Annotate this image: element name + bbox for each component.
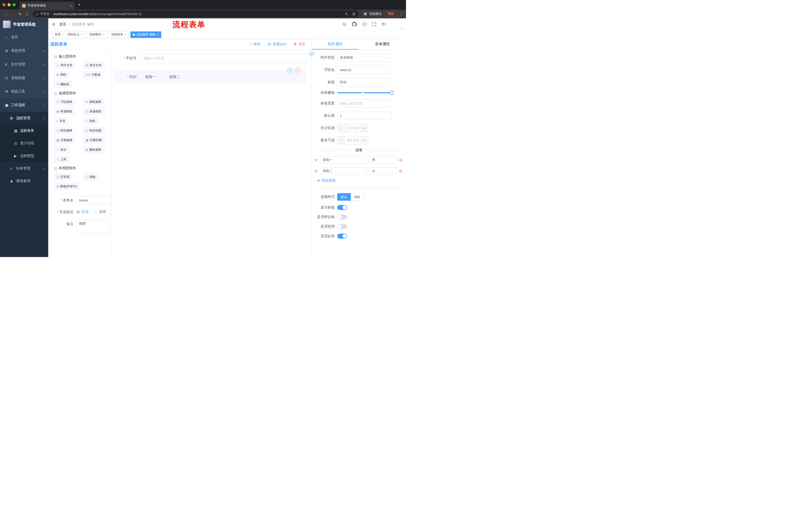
form-canvas[interactable]: *手机号 *性别 xyxy=(112,50,311,257)
sidebar-item-user-group[interactable]: ◎ 用户分组 xyxy=(0,137,48,150)
link-icon[interactable] xyxy=(309,51,314,57)
component-table[interactable]: ⊞表格[开发中] xyxy=(54,183,80,190)
increase-button[interactable]: + xyxy=(361,124,368,132)
component-checkbox-group[interactable]: ☑多选框组 xyxy=(83,108,104,115)
component-date-picker[interactable]: ▦日期选择 xyxy=(54,137,75,143)
remove-option-icon[interactable]: ⊖ xyxy=(399,158,403,162)
decrease-button[interactable]: − xyxy=(338,137,345,144)
default-value-input[interactable] xyxy=(337,112,392,120)
sidebar-item-home[interactable]: ⌂ 首页 xyxy=(0,30,48,44)
disabled-switch[interactable] xyxy=(337,224,347,229)
component-row-container[interactable]: ◫行容器 xyxy=(54,173,72,180)
tab-close-icon[interactable]: × xyxy=(70,4,72,7)
sidebar-item-dev-tools[interactable]: ⚒ 研发工具 ∨ xyxy=(0,85,48,98)
component-multi-line-text[interactable]: ▤多行文本 xyxy=(83,62,104,69)
component-switch[interactable]: ◐开关 xyxy=(54,117,68,125)
window-minimize-button[interactable] xyxy=(7,3,10,6)
style-button-button[interactable]: 按钮 xyxy=(351,193,364,201)
tag-process-definition[interactable]: 流程定义× xyxy=(65,31,85,38)
sidebar-item-workflow[interactable]: ▣ 工作流程 ∧ xyxy=(0,98,48,112)
tag-close-icon[interactable]: × xyxy=(157,33,159,36)
search-icon[interactable] xyxy=(342,22,346,26)
phone-input[interactable] xyxy=(140,54,306,63)
remove-option-icon[interactable]: ⊖ xyxy=(399,169,403,173)
drag-handle-icon[interactable] xyxy=(314,169,318,173)
sidebar-item-task-management[interactable]: ≡ 任务管理 ∨ xyxy=(0,162,48,175)
component-password[interactable]: ⊠密码 xyxy=(54,71,69,78)
add-option-button[interactable]: ⊕ 添加选项 xyxy=(317,178,406,183)
increase-button[interactable]: + xyxy=(361,137,368,144)
option-label-input[interactable] xyxy=(320,167,367,175)
gender-form-item-selected[interactable]: *性别 选项一 选项二 xyxy=(114,71,306,83)
clear-button[interactable]: 清空 xyxy=(293,42,305,47)
decrease-button[interactable]: − xyxy=(338,124,345,132)
security-label[interactable]: 不安全 xyxy=(40,12,50,16)
new-tab-button[interactable]: + xyxy=(78,0,81,9)
form-name-input[interactable] xyxy=(76,196,112,204)
tag-process-form[interactable]: 流程表单× xyxy=(109,31,129,38)
component-color-picker[interactable]: ◍颜色选择 xyxy=(83,146,104,153)
tab-component-props[interactable]: 组件属性 xyxy=(312,39,359,49)
min-select-value[interactable]: 至少应选 xyxy=(345,124,361,132)
sidebar-item-process-management[interactable]: ≣ 流程管理 ∧ xyxy=(0,112,48,125)
component-type-select[interactable]: 多选框组∨ xyxy=(337,54,392,62)
border-switch[interactable] xyxy=(337,215,347,219)
tag-process-form-edit[interactable]: 流程表单-编辑× xyxy=(130,31,161,38)
bookmark-star-icon[interactable] xyxy=(352,12,356,16)
component-counter[interactable]: 123计数器 xyxy=(83,71,103,78)
font-size-icon[interactable]: TT xyxy=(382,22,386,26)
home-icon[interactable]: ⌂ xyxy=(24,12,31,16)
view-json-button[interactable]: 查看json xyxy=(267,42,286,47)
component-single-line-text[interactable]: ▭单行文本 xyxy=(54,62,75,69)
avatar[interactable]: ∨ xyxy=(392,20,402,29)
option-value-input[interactable] xyxy=(369,156,397,164)
forward-icon[interactable]: → xyxy=(9,12,17,16)
show-label-switch[interactable] xyxy=(337,205,347,210)
component-time-picker[interactable]: ◷时间选择 xyxy=(54,127,75,134)
component-date-range[interactable]: ▩日期范围 xyxy=(83,137,104,143)
window-zoom-button[interactable] xyxy=(12,3,16,6)
breadcrumb-home[interactable]: 首页 xyxy=(59,22,66,27)
required-switch[interactable] xyxy=(337,234,347,239)
component-cascader[interactable]: ⋔级联选择 xyxy=(83,98,104,105)
component-upload[interactable]: ⇧上传 xyxy=(54,156,69,163)
browser-menu-icon[interactable]: ⋮ xyxy=(400,12,404,16)
drag-handle-icon[interactable] xyxy=(314,158,318,162)
component-slider[interactable]: ⊸滑块 xyxy=(83,117,98,125)
label-width-input[interactable] xyxy=(337,99,392,107)
page-url[interactable]: dashboard.yudao.iocoder.cn/bpm/manager/f… xyxy=(53,12,142,16)
field-name-input[interactable] xyxy=(337,66,392,74)
component-rate[interactable]: ☆评分 xyxy=(54,146,69,153)
style-default-button[interactable]: 默认 xyxy=(337,193,351,201)
fullscreen-icon[interactable] xyxy=(372,22,376,26)
form-grid-slider[interactable] xyxy=(337,92,392,93)
phone-form-item[interactable]: *手机号 xyxy=(114,54,306,63)
status-off-radio[interactable]: 关闭 xyxy=(94,210,106,214)
copy-item-button[interactable] xyxy=(287,67,293,74)
component-radio-group[interactable]: ◉单选框组 xyxy=(54,108,75,115)
option-label-input[interactable] xyxy=(320,156,367,164)
tag-close-icon[interactable]: × xyxy=(103,33,105,36)
sidebar-item-leave-query[interactable]: ♟ 请假查询 xyxy=(0,175,48,187)
github-icon[interactable] xyxy=(352,22,357,27)
browser-tab[interactable]: 芋道管理系统 × xyxy=(20,2,75,9)
tab-form-props[interactable]: 表单属性 xyxy=(359,39,406,49)
sidebar-item-process-form[interactable]: ▤ 流程表单 xyxy=(0,125,48,137)
tag-close-icon[interactable]: × xyxy=(125,33,126,36)
component-editor[interactable]: ✎编辑器 xyxy=(54,81,72,88)
component-time-range[interactable]: ◴时间范围 xyxy=(83,127,104,134)
sidebar-item-system-management[interactable]: ⚙ 系统管理 ∨ xyxy=(0,44,48,58)
max-select-value[interactable]: 最多可选 xyxy=(345,137,361,144)
reload-icon[interactable]: ↻ xyxy=(17,12,24,16)
sidebar-item-infrastructure[interactable]: ⊡ 基础设施 ∨ xyxy=(0,71,48,85)
status-on-radio[interactable]: 开启 xyxy=(76,210,88,214)
gender-option-2-checkbox[interactable]: 选项二 xyxy=(164,75,180,79)
address-bar[interactable]: ⚠ 不安全 dashboard.yudao.iocoder.cn/bpm/man… xyxy=(33,10,359,17)
gender-option-1-checkbox[interactable]: 选项一 xyxy=(140,75,155,79)
back-icon[interactable]: ← xyxy=(2,12,9,16)
title-input[interactable] xyxy=(337,78,392,86)
tag-close-icon[interactable]: × xyxy=(81,33,83,36)
component-select[interactable]: ⊙下拉选择 xyxy=(54,98,75,105)
tag-home[interactable]: 首页 xyxy=(52,31,63,38)
tag-process-model[interactable]: 流程模型× xyxy=(87,31,107,38)
